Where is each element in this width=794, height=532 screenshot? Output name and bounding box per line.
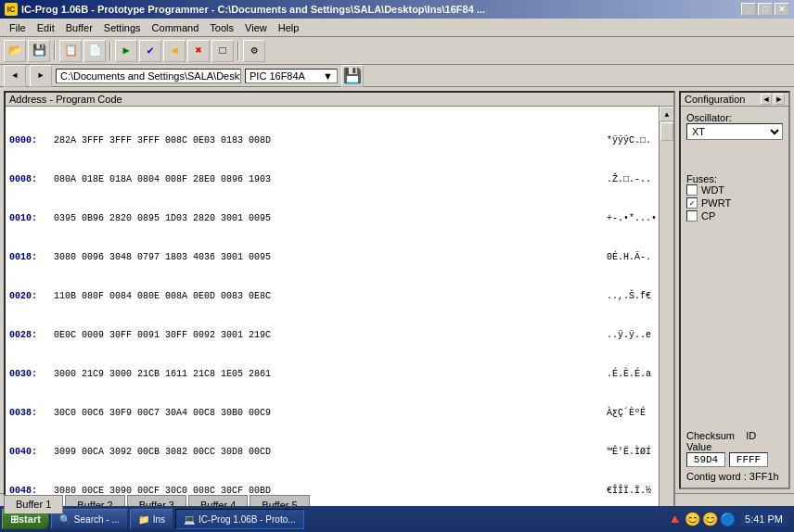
config-prev-button[interactable]: ◄ — [761, 94, 772, 105]
config-next-button[interactable]: ► — [774, 94, 785, 105]
checksum-text: Checksum — [686, 430, 735, 441]
table-row: 0028: 0E0C 0009 30FF 0091 30FF 0092 3001… — [9, 329, 670, 342]
hex-addr: 0040: — [9, 446, 48, 459]
main-area: Address - Program Code 0000: 282A 3FFF 3… — [0, 87, 794, 493]
config-panel: Configuration ◄ ► Oscillator: RC HS XT L… — [679, 91, 790, 489]
save-button[interactable]: 💾 — [28, 40, 50, 62]
nav-back-button[interactable]: ◄ — [4, 65, 26, 87]
menu-bar: File Edit Buffer Settings Command Tools … — [0, 19, 794, 37]
scroll-track[interactable] — [660, 121, 673, 532]
config-word: Contig word : 3FF1h — [686, 471, 783, 482]
clock: 5:41 PM — [739, 512, 788, 526]
fuse-pwrt-row: PWRT — [686, 197, 783, 209]
close-button[interactable]: ✕ — [775, 3, 789, 16]
fuse-wdt-checkbox[interactable] — [686, 184, 698, 196]
hex-bytes: 0395 0B96 2820 0895 1D03 2820 3001 0095 — [48, 212, 596, 225]
oscillator-label: Oscillator: — [686, 112, 783, 123]
menu-view[interactable]: View — [239, 20, 273, 35]
start-label: start — [19, 513, 41, 525]
hex-addr: 0038: — [9, 407, 48, 420]
chip-icon[interactable]: 💾 — [341, 65, 364, 87]
oscillator-select[interactable]: RC HS XT LP — [686, 123, 783, 140]
separator-1 — [54, 42, 56, 60]
ins-label: Ins — [153, 514, 165, 525]
checksum-value[interactable]: 59D4 — [686, 452, 725, 467]
table-row: 0000: 282A 3FFF 3FFF 3FFF 008C 0E03 0183… — [9, 134, 670, 147]
window-title: IC-Prog 1.06B - Prototype Programmer - C… — [21, 4, 485, 15]
taskbar: ⊞ start 🔍 Search - ... 📁 Ins 💻 IC-Prog 1… — [0, 506, 794, 532]
start-icon: ⊞ — [10, 513, 19, 526]
menu-help[interactable]: Help — [273, 20, 305, 35]
taskbar-icprog[interactable]: 💻 IC-Prog 1.06B - Proto... — [175, 509, 304, 529]
paste-button[interactable]: 📄 — [83, 40, 106, 62]
search-label: Search - ... — [74, 514, 120, 525]
id-value[interactable]: FFFF — [729, 452, 768, 467]
tray-icons: 🔺 😊 😊 🔵 — [667, 512, 736, 526]
oscillator-section: Oscillator: RC HS XT LP — [686, 112, 783, 140]
hex-addr: 0010: — [9, 212, 48, 225]
title-bar: IC IC-Prog 1.06B - Prototype Programmer … — [0, 0, 794, 19]
table-row: 0038: 30C0 00C6 30F9 00C7 30A4 00C8 30B0… — [9, 407, 670, 420]
address-bar[interactable]: C:\Documents and Settings\SALA\Desktop\I… — [56, 69, 241, 83]
left-panels: Address - Program Code 0000: 282A 3FFF 3… — [0, 87, 679, 493]
hex-bytes: 3099 00CA 3092 00CB 3082 00CC 30D8 00CD — [48, 446, 596, 459]
tray-icon-4: 🔵 — [720, 512, 736, 526]
separator-2 — [109, 42, 111, 60]
toolbar-2: ◄ ► C:\Documents and Settings\SALA\Deskt… — [0, 65, 794, 87]
pic-dropdown-icon[interactable]: ▼ — [323, 70, 333, 82]
pic-selector[interactable]: PIC 16F84A ▼ — [245, 69, 338, 83]
open-button[interactable]: 📂 — [4, 40, 26, 62]
scroll-up-button[interactable]: ▲ — [660, 107, 673, 121]
checksum-section: Checksum ID Value 59D4 FFFF Contig word … — [686, 430, 783, 482]
program-code-title: Address - Program Code — [6, 93, 673, 107]
hex-addr: 0000: — [9, 134, 48, 147]
folder-icon: 📁 — [138, 514, 149, 525]
table-row: 0020: 110B 080F 0084 080E 008A 0E0D 0083… — [9, 290, 670, 303]
taskbar-ins[interactable]: 📁 Ins — [130, 509, 173, 529]
separator-3 — [237, 42, 239, 60]
menu-edit[interactable]: Edit — [32, 20, 60, 35]
toolbar-1: 📂 💾 📋 📄 ▶ ✔ ◀ ✖ □ ⚙ — [0, 37, 794, 65]
hex-addr: 0020: — [9, 290, 48, 303]
program-code-scrollbar[interactable]: ▲ ▼ — [659, 107, 673, 532]
program-button[interactable]: ▶ — [115, 40, 137, 62]
app-icon: IC — [5, 3, 18, 16]
search-icon: 🔍 — [59, 514, 70, 525]
scroll-thumb[interactable] — [660, 122, 673, 141]
program-code-panel: Address - Program Code 0000: 282A 3FFF 3… — [4, 91, 675, 532]
table-row: 0030: 3000 21C9 3000 21CB 1611 21C8 1E05… — [9, 368, 670, 381]
minimize-button[interactable]: _ — [741, 3, 756, 16]
fuse-pwrt-checkbox[interactable] — [686, 197, 698, 209]
taskbar-right: 🔺 😊 😊 🔵 5:41 PM — [667, 512, 792, 526]
hex-bytes: 110B 080F 0084 080E 008A 0E0D 0083 0E8C — [48, 290, 596, 303]
hex-bytes: 0E0C 0009 30FF 0091 30FF 0092 3001 219C — [48, 329, 596, 342]
program-code-data: 0000: 282A 3FFF 3FFF 3FFF 008C 0E03 0183… — [6, 107, 673, 532]
hex-bytes: 3000 21C9 3000 21CB 1611 21C8 1E05 2861 — [48, 368, 596, 381]
pic-label: PIC 16F84A — [250, 70, 305, 82]
table-row: 0018: 3080 0096 3048 0797 1803 4036 3001… — [9, 251, 670, 264]
fuse-wdt-row: WDT — [686, 184, 783, 196]
read-button[interactable]: ◀ — [163, 40, 186, 62]
icprog-label: IC-Prog 1.06B - Proto... — [198, 514, 296, 525]
maximize-button[interactable]: □ — [758, 3, 773, 16]
menu-tools[interactable]: Tools — [204, 20, 239, 35]
menu-settings[interactable]: Settings — [98, 20, 147, 35]
config-content: Oscillator: RC HS XT LP Fuses: WDT — [681, 107, 788, 488]
verify-button[interactable]: ✔ — [139, 40, 161, 62]
nav-fwd-button[interactable]: ► — [30, 65, 52, 87]
menu-buffer[interactable]: Buffer — [60, 20, 98, 35]
checksum-label: Checksum ID Value — [686, 430, 783, 452]
menu-file[interactable]: File — [4, 20, 32, 35]
program-code-content: 0000: 282A 3FFF 3FFF 3FFF 008C 0E03 0183… — [6, 107, 673, 532]
copy-button[interactable]: 📋 — [59, 40, 82, 62]
blank-check-button[interactable]: □ — [211, 40, 234, 62]
fuse-wdt-label: WDT — [701, 184, 724, 196]
erase-button[interactable]: ✖ — [187, 40, 210, 62]
fuse-pwrt-label: PWRT — [701, 197, 731, 209]
menu-command[interactable]: Command — [147, 20, 205, 35]
config-button[interactable]: ⚙ — [243, 40, 265, 62]
buffer-tab-1[interactable]: Buffer 1 — [4, 495, 63, 513]
hex-bytes: 080A 018E 018A 0804 008F 28E0 0896 1903 — [48, 173, 596, 186]
fuse-cp-label: CP — [701, 210, 715, 222]
fuse-cp-checkbox[interactable] — [686, 210, 698, 222]
